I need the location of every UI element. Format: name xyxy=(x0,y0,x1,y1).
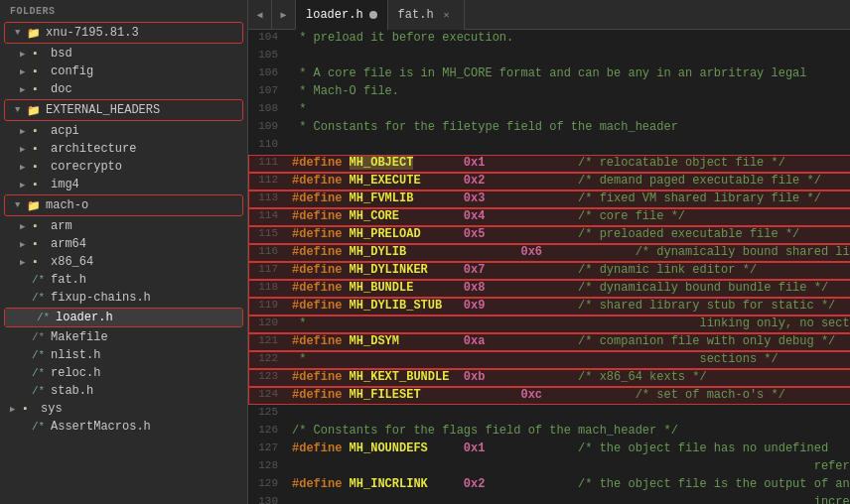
table-row: 129#define MH_INCRLINK 0x2 /* the object… xyxy=(248,476,850,494)
line-content: * Constants for the filetype field of th… xyxy=(288,119,850,137)
folder-arrow: ▶ xyxy=(20,84,32,95)
line-content xyxy=(288,405,850,423)
sys-folder[interactable]: ▶ ▪ sys xyxy=(0,400,247,418)
doc-folder[interactable]: ▶ ▪ doc xyxy=(0,80,247,98)
line-number: 121 xyxy=(248,333,288,351)
arm-folder[interactable]: ▶ ▪ arm xyxy=(0,217,247,235)
line-content: * A core file is in MH_CORE format and c… xyxy=(288,65,850,83)
line-content xyxy=(288,48,850,65)
line-number: 119 xyxy=(248,298,288,315)
xnu-folder[interactable]: ▼ 📁 xnu-7195.81.3 xyxy=(5,24,242,42)
line-content: * preload it before execution. xyxy=(288,30,850,48)
table-row: 123#define MH_KEXT_BUNDLE 0xb /* x86_64 … xyxy=(248,369,850,387)
folder-arrow: ▶ xyxy=(10,404,22,415)
folder-arrow: ▶ xyxy=(20,257,32,268)
header-file-icon: /* xyxy=(32,274,48,286)
arm64-folder[interactable]: ▶ ▪ arm64 xyxy=(0,235,247,253)
acpi-folder[interactable]: ▶ ▪ acpi xyxy=(0,122,247,140)
folder-icon: ▪ xyxy=(32,65,48,77)
table-row: 106 * A core file is in MH_CORE format a… xyxy=(248,65,850,83)
config-label: config xyxy=(51,64,93,78)
line-content: * Mach-O file. xyxy=(288,83,850,101)
arm-label: arm xyxy=(51,219,72,233)
line-number: 127 xyxy=(248,441,288,458)
fat-h-file[interactable]: ▶ /* fat.h xyxy=(0,271,247,289)
corecrypto-label: corecrypto xyxy=(51,160,122,174)
reloc-h-file[interactable]: ▶ /* reloc.h xyxy=(0,364,247,382)
architecture-label: architecture xyxy=(51,142,136,156)
arm64-label: arm64 xyxy=(51,237,86,251)
line-number: 120 xyxy=(248,315,288,333)
folder-icon: ▪ xyxy=(32,256,48,268)
line-content: #define MH_BUNDLE 0x8 /* dynamically bou… xyxy=(288,280,850,298)
stab-h-file[interactable]: ▶ /* stab.h xyxy=(0,382,247,400)
loader-h-file[interactable]: ▶ /* loader.h xyxy=(5,309,242,326)
tab-fat-h[interactable]: fat.h ✕ xyxy=(388,0,465,30)
line-number: 128 xyxy=(248,458,288,476)
mach-o-folder[interactable]: ▼ 📁 mach-o xyxy=(5,196,242,214)
folder-arrow: ▶ xyxy=(20,66,32,77)
folder-arrow: ▶ xyxy=(20,144,32,155)
header-file-icon: /* xyxy=(32,421,48,433)
folder-icon: ▪ xyxy=(32,161,48,173)
line-content: #define MH_KEXT_BUNDLE 0xb /* x86_64 kex… xyxy=(288,369,850,387)
folder-arrow: ▶ xyxy=(20,162,32,173)
line-content: #define MH_EXECUTE 0x2 /* demand paged e… xyxy=(288,173,850,190)
bsd-label: bsd xyxy=(51,47,72,61)
external-headers-group: ▼ 📁 EXTERNAL_HEADERS xyxy=(4,99,243,121)
file-sidebar: FOLDERS ▼ 📁 xnu-7195.81.3 ▶ ▪ bsd ▶ ▪ co… xyxy=(0,0,248,504)
table-row: 128 references */ xyxy=(248,458,850,476)
line-content: * xyxy=(288,101,850,119)
editor-main: ◀ ▶ loader.h fat.h ✕ 104 * preload it be… xyxy=(248,0,850,504)
tab-close-button[interactable]: ✕ xyxy=(440,8,454,22)
bsd-folder[interactable]: ▶ ▪ bsd xyxy=(0,45,247,63)
code-editor[interactable]: 104 * preload it before execution.105 10… xyxy=(248,30,850,504)
external-headers-label: EXTERNAL_HEADERS xyxy=(46,103,160,117)
fixup-chains-h-file[interactable]: ▶ /* fixup-chains.h xyxy=(0,289,247,307)
line-number: 105 xyxy=(248,48,288,65)
folder-icon: ▪ xyxy=(32,179,48,190)
table-row: 104 * preload it before execution. xyxy=(248,30,850,48)
nlist-h-file[interactable]: ▶ /* nlist.h xyxy=(0,346,247,364)
x86-64-folder[interactable]: ▶ ▪ x86_64 xyxy=(0,253,247,271)
line-content xyxy=(288,137,850,155)
assertmacros-file[interactable]: ▶ /* AssertMacros.h xyxy=(0,418,247,436)
line-number: 126 xyxy=(248,423,288,441)
line-number: 113 xyxy=(248,190,288,208)
folder-icon: ▪ xyxy=(32,125,48,137)
line-number: 114 xyxy=(248,208,288,226)
corecrypto-folder[interactable]: ▶ ▪ corecrypto xyxy=(0,158,247,176)
file-icon: /* xyxy=(32,331,48,343)
img4-folder[interactable]: ▶ ▪ img4 xyxy=(0,176,247,193)
line-number: 108 xyxy=(248,101,288,119)
tab-nav-prev[interactable]: ◀ xyxy=(248,0,272,30)
table-row: 125 xyxy=(248,405,850,423)
folder-icon: ▪ xyxy=(32,48,48,60)
line-content: #define MH_OBJECT 0x1 /* relocatable obj… xyxy=(288,155,850,173)
reloc-h-label: reloc.h xyxy=(51,366,100,380)
makefile-file[interactable]: ▶ /* Makefile xyxy=(0,328,247,346)
line-number: 117 xyxy=(248,262,288,280)
tab-loader-h[interactable]: loader.h xyxy=(296,0,388,30)
loader-h-label: loader.h xyxy=(56,311,113,324)
table-row: 110 xyxy=(248,137,850,155)
line-content: #define MH_DYLIB_STUB 0x9 /* shared libr… xyxy=(288,298,850,315)
xnu-folder-group: ▼ 📁 xnu-7195.81.3 xyxy=(4,22,243,44)
table-row: 116#define MH_DYLIB 0x6 /* dynamically b… xyxy=(248,244,850,262)
config-folder[interactable]: ▶ ▪ config xyxy=(0,63,247,80)
table-row: 122 * sections */ xyxy=(248,351,850,369)
table-row: 119#define MH_DYLIB_STUB 0x9 /* shared l… xyxy=(248,298,850,315)
external-headers-folder[interactable]: ▼ 📁 EXTERNAL_HEADERS xyxy=(5,101,242,119)
table-row: 113#define MH_FVMLIB 0x3 /* fixed VM sha… xyxy=(248,190,850,208)
line-number: 104 xyxy=(248,30,288,48)
architecture-folder[interactable]: ▶ ▪ architecture xyxy=(0,140,247,158)
tab-nav-next[interactable]: ▶ xyxy=(272,0,296,30)
folder-arrow: ▶ xyxy=(20,49,32,60)
table-row: 118#define MH_BUNDLE 0x8 /* dynamically … xyxy=(248,280,850,298)
line-content: #define MH_DSYM 0xa /* companion file wi… xyxy=(288,333,850,351)
folder-arrow: ▶ xyxy=(20,221,32,232)
table-row: 111#define MH_OBJECT 0x1 /* relocatable … xyxy=(248,155,850,173)
line-number: 116 xyxy=(248,244,288,262)
folder-icon: 📁 xyxy=(27,104,43,117)
folder-icon: ▪ xyxy=(32,238,48,250)
